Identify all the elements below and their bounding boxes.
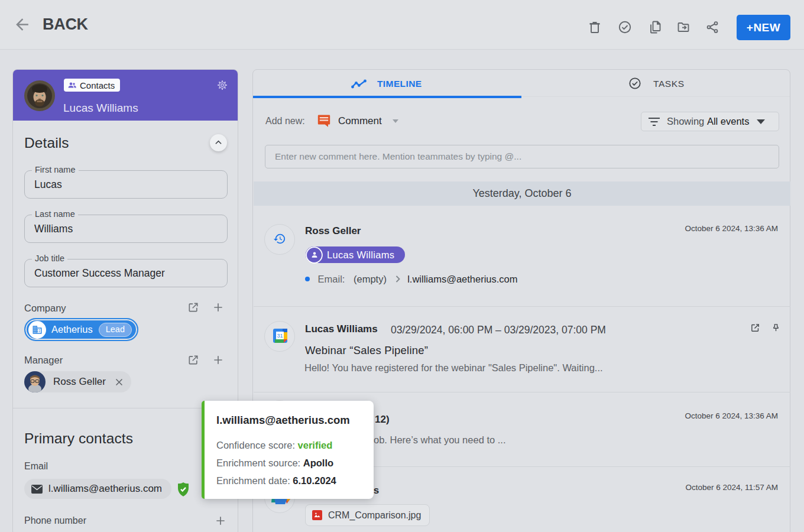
svg-text:31: 31 [277,333,283,339]
